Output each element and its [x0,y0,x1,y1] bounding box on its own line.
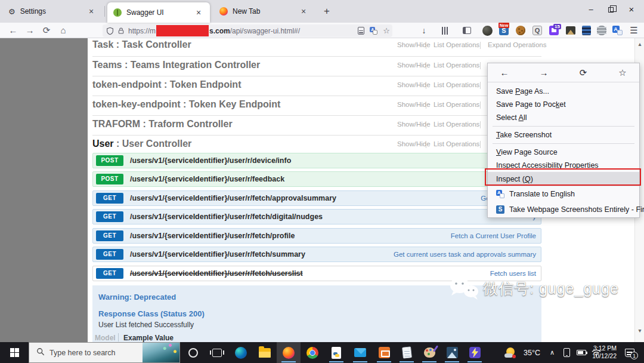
taskbar-paint[interactable] [417,342,441,363]
operation-path[interactable]: /users/v1/{serviceIdentifier}/user/r/dev… [130,156,291,165]
section-title[interactable]: Teams : Teams Integration Controller [92,60,260,70]
taskbar-search-box[interactable]: Type here to search [29,342,180,363]
operation-row[interactable]: GET /users/v1/{serviceIdentifier}/user/r… [92,190,541,206]
forward-icon[interactable]: → [537,67,551,78]
section-title[interactable]: TRAFORM : Traform Controller [92,119,233,129]
server-extension-icon[interactable] [580,24,593,37]
taskbar-vmware[interactable] [372,342,396,363]
restore-button[interactable] [601,0,621,20]
section-title[interactable]: Task : Task Controller [92,39,191,50]
cortana-button[interactable] [181,342,205,363]
operation-row[interactable]: GET /users/v1/{serviceIdentifier}/user/r… [92,228,541,244]
library-icon[interactable] [439,24,452,37]
list-operations-link[interactable]: List Operations [434,101,479,108]
minimize-button[interactable]: – [581,0,601,20]
sidebar-box [463,27,471,34]
taskbar-python-file[interactable] [324,342,348,363]
image-extension-icon[interactable] [564,24,577,37]
close-button[interactable]: × [621,0,642,20]
reader-mode-icon[interactable] [358,27,364,35]
scroll-down-arrow[interactable]: ▾ [635,327,644,334]
clock[interactable]: 3:12 PM 10/12/22 [586,344,617,360]
operation-path[interactable]: /users/v1/{serviceIdentifier}/user/r/fet… [130,194,336,202]
taskbar-photos[interactable] [440,342,464,363]
downloads-icon[interactable]: ↓ [417,24,431,37]
cookie [516,26,525,35]
taskbar-edge[interactable] [229,342,253,363]
cookie-extension-icon[interactable] [514,24,527,37]
weather-icon[interactable] [503,342,518,363]
translate-extension-icon[interactable]: A [611,24,624,37]
operation-path[interactable]: /users/v1/{serviceIdentifier}/user/r/fet… [130,232,295,240]
home-button[interactable]: ⌂ [56,23,70,38]
reload-button[interactable]: ⟳ [39,23,54,38]
operation-path[interactable]: /users/v1/{serviceIdentifier}/user/r/fet… [130,269,303,278]
sidebar-icon[interactable] [460,24,473,37]
operation-row[interactable]: POST /users/v1/{serviceIdentifier}/user/… [92,153,541,168]
section-title[interactable]: User : User Controller [92,139,191,149]
menu-item-fireshot[interactable]: S Take Webpage Screenshots Entirely - Fi… [488,202,639,217]
bookmark-star-icon[interactable]: ☆ [615,67,630,78]
menu-item-take-screenshot[interactable]: Take Screenshot [488,128,639,141]
list-operations-link[interactable]: List Operations [434,41,479,48]
task-view-button[interactable] [205,342,229,363]
taskbar-flash-tool[interactable] [463,342,487,363]
list-operations-link[interactable]: List Operations [434,81,479,88]
tab-close-icon[interactable]: × [86,7,97,16]
bookmark-star-icon[interactable]: ☆ [383,26,390,35]
start-button[interactable] [2,342,26,363]
back-icon[interactable]: ← [497,67,512,78]
operation-path[interactable]: /users/v1/{serviceIdentifier}/user/r/fet… [130,213,323,221]
forward-button[interactable]: → [23,23,37,38]
search-highlight-image[interactable] [143,342,179,363]
menu-item-translate-to-english[interactable]: A Translate to English [488,186,639,202]
operation-path[interactable]: /users/v1/{serviceIdentifier}/user/r/fee… [130,175,284,183]
operation-row[interactable]: POST /users/v1/{serviceIdentifier}/user/… [92,171,541,187]
taskbar-firefox[interactable] [277,342,301,363]
menu-item-view-page-source[interactable]: View Page Source [488,146,639,159]
section-title[interactable]: token-endpoint : Token Endpoint [92,79,241,90]
tab-example-value[interactable]: Example Value [123,334,174,342]
menu-hamburger-icon[interactable]: ☰ [627,24,640,37]
globe-extension-icon[interactable] [595,24,608,37]
expand-operations-link[interactable]: Expand Operations [488,41,546,48]
tab-model[interactable]: Model [95,334,116,342]
tab-settings[interactable]: ⚙ Settings × [2,0,103,23]
operation-summary[interactable]: Get current users task and approvals sum… [394,251,536,258]
url-bar[interactable]: https://m s.com /api/swagger-ui.html#/ A… [103,24,392,37]
tab-new-tab[interactable]: New Tab × [213,0,315,23]
tab-swagger-ui[interactable]: Swagger UI × [107,2,210,23]
translate-icon[interactable]: A [370,27,377,35]
tray-expand-button[interactable]: ∧ [545,342,559,363]
shield-icon[interactable] [106,27,114,35]
list-operations-link[interactable]: List Operations [434,61,479,69]
taskbar-chrome[interactable] [301,342,324,363]
q-extension-icon[interactable]: Q [531,24,544,37]
menu-item-save-page-to-pocket[interactable]: Save Page to Pocket [488,98,639,111]
back-button[interactable]: ← [6,23,20,38]
operation-row[interactable]: GET /users/v1/{serviceIdentifier}/user/r… [92,209,541,224]
scroll-up-arrow[interactable]: ▴ [635,41,644,47]
operation-summary[interactable]: Fetch a Current User Profile [451,232,536,239]
list-operations-link[interactable]: List Operations [434,140,479,147]
temperature-readout[interactable]: 35°C [519,342,545,363]
tab-close-icon[interactable]: × [193,8,204,17]
menu-item-save-page-as[interactable]: Save Page As... [488,85,639,98]
lock-icon[interactable] [117,27,125,35]
taskbar-notepad[interactable] [395,342,419,363]
list-operations-link[interactable]: List Operations [434,121,479,128]
reload-icon[interactable]: ⟳ [576,67,590,78]
operation-path[interactable]: /users/v1/{serviceIdentifier}/user/r/fet… [130,250,305,259]
menu-item-select-all[interactable]: Select All [488,111,639,124]
taskbar-file-explorer[interactable] [253,342,277,363]
notification-center-button[interactable]: 1 [619,342,640,363]
new-tab-button[interactable]: + [320,5,334,19]
section-title[interactable]: token-key-endpoint : Token Key Endpoint [92,99,280,109]
operation-row[interactable]: GET /users/v1/{serviceIdentifier}/user/r… [92,247,541,262]
tab-close-icon[interactable]: × [298,7,309,16]
fireshot-extension-icon[interactable]: S New [497,24,510,37]
taskbar-mail[interactable] [348,342,372,363]
twitch-extension-icon[interactable]: 15 [547,24,561,37]
extension-dark-circle-icon[interactable] [481,24,494,37]
your-phone-icon[interactable] [559,342,574,363]
